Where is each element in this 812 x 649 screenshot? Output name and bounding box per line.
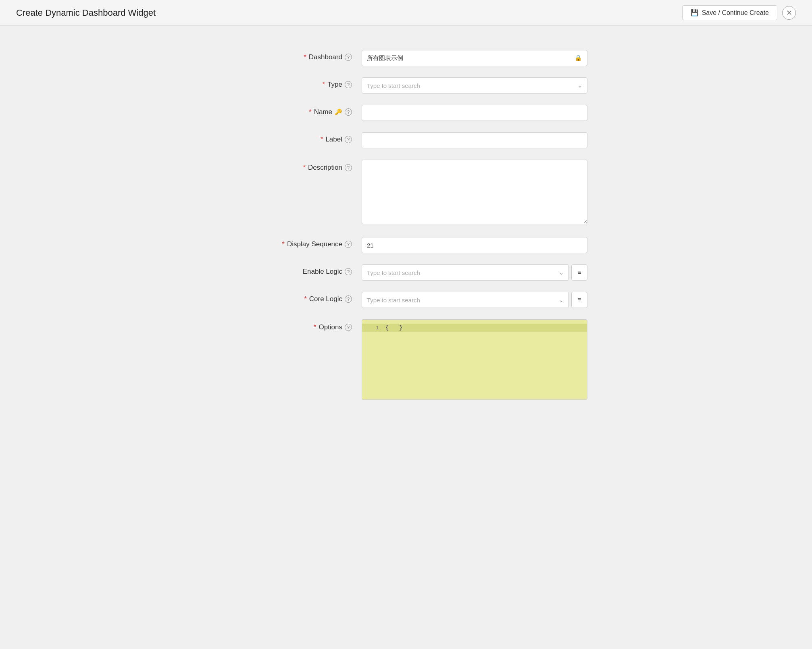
label-label: * Label ? bbox=[225, 132, 362, 144]
dashboard-label: * Dashboard ? bbox=[225, 50, 362, 61]
description-help-icon[interactable]: ? bbox=[345, 164, 352, 171]
description-textarea[interactable] bbox=[362, 160, 587, 224]
dashboard-value: 所有图表示例 bbox=[367, 54, 403, 62]
enable-logic-control: Type to start search ⌄ ≡ bbox=[362, 264, 587, 281]
enable-logic-help-icon[interactable]: ? bbox=[345, 268, 352, 275]
enable-logic-menu-button[interactable]: ≡ bbox=[571, 264, 587, 281]
name-label: * Name 🔑 ? bbox=[225, 105, 362, 116]
dashboard-control: 所有图表示例 🔒 bbox=[362, 50, 587, 66]
core-logic-label-text: Core Logic bbox=[309, 295, 342, 303]
name-label-text: Name bbox=[314, 108, 332, 116]
code-space bbox=[392, 324, 396, 331]
lock-icon: 🔒 bbox=[575, 54, 582, 62]
dashboard-help-icon[interactable]: ? bbox=[345, 54, 352, 61]
enable-logic-chevron-icon: ⌄ bbox=[559, 270, 564, 276]
dashboard-label-text: Dashboard bbox=[309, 53, 342, 61]
dashboard-row: * Dashboard ? 所有图表示例 🔒 bbox=[225, 50, 587, 66]
type-label-text: Type bbox=[327, 81, 342, 89]
core-logic-row: * Core Logic ? Type to start search ⌄ ≡ bbox=[225, 292, 587, 308]
save-continue-button[interactable]: 💾 Save / Continue Create bbox=[682, 5, 777, 20]
type-placeholder: Type to start search bbox=[367, 82, 420, 89]
close-icon: ✕ bbox=[786, 8, 792, 17]
main-content: * Dashboard ? 所有图表示例 🔒 * Type ? Type to … bbox=[0, 26, 812, 649]
core-logic-required-star: * bbox=[304, 295, 307, 303]
label-row: * Label ? bbox=[225, 132, 587, 148]
name-input[interactable] bbox=[362, 105, 587, 121]
type-select[interactable]: Type to start search ⌄ bbox=[362, 77, 587, 94]
enable-logic-menu-icon: ≡ bbox=[577, 269, 581, 276]
type-control: Type to start search ⌄ bbox=[362, 77, 587, 94]
close-brace: } bbox=[399, 324, 402, 331]
core-logic-select[interactable]: Type to start search ⌄ bbox=[362, 292, 569, 308]
dashboard-required-star: * bbox=[304, 53, 306, 61]
display-sequence-label: * Display Sequence ? bbox=[225, 237, 362, 248]
name-row: * Name 🔑 ? bbox=[225, 105, 587, 121]
description-label: * Description ? bbox=[225, 160, 362, 172]
type-row: * Type ? Type to start search ⌄ bbox=[225, 77, 587, 94]
description-label-text: Description bbox=[308, 164, 342, 172]
description-control bbox=[362, 160, 587, 226]
enable-logic-select-group: Type to start search ⌄ ≡ bbox=[362, 264, 587, 281]
line-number-1: 1 bbox=[367, 325, 379, 331]
core-logic-menu-icon: ≡ bbox=[577, 296, 581, 304]
enable-logic-row: Enable Logic ? Type to start search ⌄ ≡ bbox=[225, 264, 587, 281]
save-icon: 💾 bbox=[691, 9, 699, 17]
open-brace: { bbox=[385, 324, 389, 331]
type-label: * Type ? bbox=[225, 77, 362, 89]
code-line-1: 1 { } bbox=[362, 324, 587, 332]
type-chevron-icon: ⌄ bbox=[578, 83, 582, 89]
options-help-icon[interactable]: ? bbox=[345, 324, 352, 331]
header-actions: 💾 Save / Continue Create ✕ bbox=[682, 5, 796, 20]
display-sequence-input[interactable] bbox=[362, 237, 587, 253]
options-required-star: * bbox=[314, 323, 316, 331]
options-control: 1 { } bbox=[362, 319, 587, 400]
label-input[interactable] bbox=[362, 132, 587, 148]
options-editor[interactable]: 1 { } bbox=[362, 319, 587, 400]
save-button-label: Save / Continue Create bbox=[702, 9, 769, 17]
core-logic-help-icon[interactable]: ? bbox=[345, 295, 352, 303]
display-sequence-label-text: Display Sequence bbox=[287, 240, 342, 248]
type-required-star: * bbox=[323, 81, 325, 89]
description-row: * Description ? bbox=[225, 160, 587, 226]
name-required-star: * bbox=[309, 108, 312, 116]
label-help-icon[interactable]: ? bbox=[345, 136, 352, 143]
dashboard-field: 所有图表示例 🔒 bbox=[362, 50, 587, 66]
options-row: * Options ? 1 { } bbox=[225, 319, 587, 400]
enable-logic-label-text: Enable Logic bbox=[303, 268, 342, 276]
display-sequence-row: * Display Sequence ? bbox=[225, 237, 587, 253]
options-label: * Options ? bbox=[225, 319, 362, 331]
type-help-icon[interactable]: ? bbox=[345, 81, 352, 88]
core-logic-control: Type to start search ⌄ ≡ bbox=[362, 292, 587, 308]
core-logic-menu-button[interactable]: ≡ bbox=[571, 292, 587, 308]
description-required-star: * bbox=[303, 164, 306, 172]
display-sequence-help-icon[interactable]: ? bbox=[345, 241, 352, 248]
key-icon: 🔑 bbox=[335, 108, 342, 116]
form-container: * Dashboard ? 所有图表示例 🔒 * Type ? Type to … bbox=[225, 50, 587, 411]
enable-logic-placeholder: Type to start search bbox=[367, 269, 420, 276]
core-logic-label: * Core Logic ? bbox=[225, 292, 362, 303]
name-help-icon[interactable]: ? bbox=[345, 108, 352, 116]
label-label-text: Label bbox=[325, 135, 342, 144]
core-logic-chevron-icon: ⌄ bbox=[559, 297, 564, 303]
display-sequence-required-star: * bbox=[282, 240, 285, 248]
name-control bbox=[362, 105, 587, 121]
display-sequence-control bbox=[362, 237, 587, 253]
header: Create Dynamic Dashboard Widget 💾 Save /… bbox=[0, 0, 812, 26]
label-required-star: * bbox=[321, 135, 323, 144]
enable-logic-label: Enable Logic ? bbox=[225, 264, 362, 276]
label-control bbox=[362, 132, 587, 148]
options-label-text: Options bbox=[319, 323, 342, 331]
close-button[interactable]: ✕ bbox=[782, 6, 796, 20]
core-logic-placeholder: Type to start search bbox=[367, 297, 420, 304]
code-content-1: { } bbox=[385, 324, 402, 331]
enable-logic-select[interactable]: Type to start search ⌄ bbox=[362, 264, 569, 281]
core-logic-select-group: Type to start search ⌄ ≡ bbox=[362, 292, 587, 308]
page-title: Create Dynamic Dashboard Widget bbox=[16, 8, 156, 18]
